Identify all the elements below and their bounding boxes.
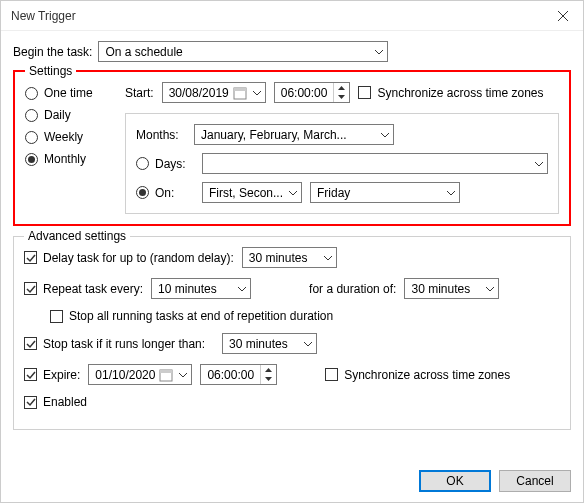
chevron-down-icon [285, 183, 301, 202]
start-label: Start: [125, 86, 154, 100]
start-date-value: 30/08/2019 [169, 86, 229, 100]
radio-days[interactable]: Days: [136, 157, 194, 171]
advanced-settings-group: Advanced settings Delay task for up to (… [13, 236, 571, 430]
chevron-down-icon [371, 42, 387, 61]
chevron-down-icon [234, 279, 250, 298]
radio-on[interactable]: On: [136, 186, 194, 200]
calendar-icon [159, 368, 173, 382]
ok-button[interactable]: OK [419, 470, 491, 492]
expire-sync-checkbox[interactable]: Synchronize across time zones [325, 368, 510, 382]
enabled-checkbox[interactable]: Enabled [24, 395, 87, 409]
radio-icon [25, 131, 38, 144]
checkbox-icon [24, 396, 37, 409]
chevron-down-icon [531, 154, 547, 173]
delay-combo[interactable]: 30 minutes [242, 247, 337, 268]
spin-down-icon[interactable] [334, 93, 349, 103]
repeat-checkbox[interactable]: Repeat task every: [24, 282, 143, 296]
delay-checkbox[interactable]: Delay task for up to (random delay): [24, 251, 234, 265]
begin-task-combo[interactable]: On a schedule [98, 41, 388, 62]
begin-task-label: Begin the task: [13, 45, 92, 59]
spin-up-icon[interactable] [334, 83, 349, 93]
radio-monthly[interactable]: Monthly [25, 152, 115, 166]
settings-group: Settings One time Daily Weekly Monthly S… [13, 70, 571, 226]
duration-label: for a duration of: [309, 282, 396, 296]
sync-tz-checkbox[interactable]: Synchronize across time zones [358, 86, 543, 100]
chevron-down-icon [377, 125, 393, 144]
radio-icon [25, 109, 38, 122]
svg-rect-5 [160, 370, 172, 373]
settings-legend: Settings [25, 64, 76, 78]
checkbox-icon [24, 251, 37, 264]
titlebar: New Trigger [1, 1, 583, 31]
on-weeks-combo[interactable]: First, Secon... [202, 182, 302, 203]
checkbox-icon [50, 310, 63, 323]
calendar-icon [233, 86, 247, 100]
expire-checkbox[interactable]: Expire: [24, 368, 80, 382]
checkbox-icon [325, 368, 338, 381]
repeat-combo[interactable]: 10 minutes [151, 278, 251, 299]
new-trigger-window: New Trigger Begin the task: On a schedul… [0, 0, 584, 503]
checkbox-icon [24, 282, 37, 295]
stop-all-checkbox[interactable]: Stop all running tasks at end of repetit… [50, 309, 333, 323]
close-icon [558, 11, 568, 21]
expire-date-picker[interactable]: 01/10/2020 [88, 364, 192, 385]
monthly-settings-box: Months: January, February, March... Days… [125, 113, 559, 214]
advanced-legend: Advanced settings [24, 229, 130, 243]
on-weeks-value: First, Secon... [203, 186, 285, 200]
on-day-value: Friday [311, 186, 443, 200]
months-label: Months: [136, 128, 186, 142]
radio-icon [136, 157, 149, 170]
chevron-down-icon [177, 371, 189, 379]
spin-down-icon[interactable] [261, 375, 276, 385]
months-value: January, February, March... [195, 128, 377, 142]
expire-time-spinner[interactable]: 06:00:00 [200, 364, 277, 385]
start-date-picker[interactable]: 30/08/2019 [162, 82, 266, 103]
chevron-down-icon [443, 183, 459, 202]
duration-combo[interactable]: 30 minutes [404, 278, 499, 299]
checkbox-icon [24, 337, 37, 350]
stop-longer-checkbox[interactable]: Stop task if it runs longer than: [24, 337, 214, 351]
days-combo[interactable] [202, 153, 548, 174]
svg-rect-3 [234, 88, 246, 91]
begin-task-value: On a schedule [99, 45, 371, 59]
chevron-down-icon [300, 334, 316, 353]
stop-longer-combo[interactable]: 30 minutes [222, 333, 317, 354]
window-title: New Trigger [11, 9, 76, 23]
radio-icon [136, 186, 149, 199]
radio-icon [25, 153, 38, 166]
cancel-button[interactable]: Cancel [499, 470, 571, 492]
chevron-down-icon [482, 279, 498, 298]
chevron-down-icon [320, 248, 336, 267]
months-combo[interactable]: January, February, March... [194, 124, 394, 145]
chevron-down-icon [251, 89, 263, 97]
on-day-combo[interactable]: Friday [310, 182, 460, 203]
start-time-spinner[interactable]: 06:00:00 [274, 82, 351, 103]
close-button[interactable] [543, 1, 583, 31]
radio-weekly[interactable]: Weekly [25, 130, 115, 144]
checkbox-icon [24, 368, 37, 381]
radio-icon [25, 87, 38, 100]
spin-up-icon[interactable] [261, 365, 276, 375]
start-time-value: 06:00:00 [275, 83, 334, 102]
radio-one-time[interactable]: One time [25, 86, 115, 100]
checkbox-icon [358, 86, 371, 99]
radio-daily[interactable]: Daily [25, 108, 115, 122]
